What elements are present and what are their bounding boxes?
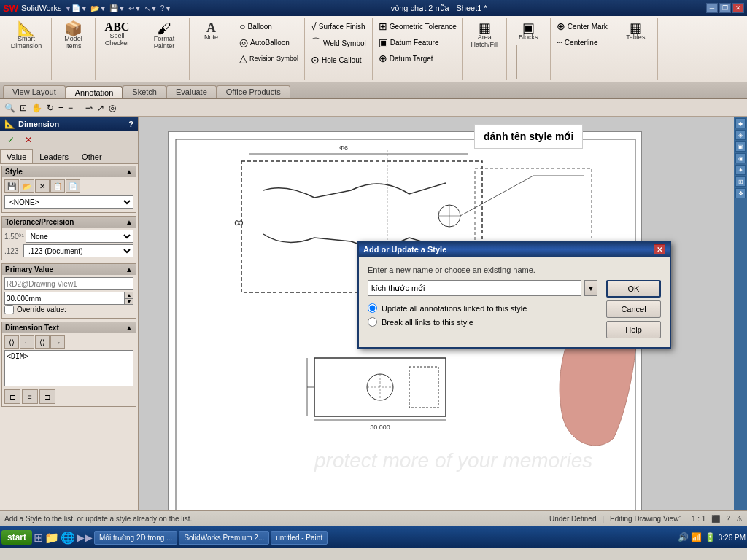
rp-btn7[interactable]: ❖: [735, 188, 746, 198]
revision-symbol-btn[interactable]: △ Revision Symbol: [236, 51, 301, 66]
toolbar-help[interactable]: ?▼: [160, 4, 171, 12]
autoballoon-btn[interactable]: ◎ AutoBalloon: [236, 35, 293, 50]
dim-text-btn1[interactable]: ⟨⟩: [4, 335, 19, 349]
modal-close-btn[interactable]: ✕: [654, 244, 665, 254]
spinner-up[interactable]: ▲: [125, 292, 133, 298]
rp-btn5[interactable]: ✦: [735, 165, 746, 175]
datum-target-btn[interactable]: ⊕ Datum Target: [376, 51, 436, 66]
aux-view-btn[interactable]: ↗: [96, 101, 106, 114]
restore-btn[interactable]: ❐: [719, 3, 731, 13]
toolbar-save[interactable]: 💾▼: [109, 4, 125, 12]
modal-cancel-btn[interactable]: Cancel: [606, 300, 661, 318]
modal-help-btn[interactable]: Help: [606, 321, 661, 338]
tab-office-products[interactable]: Office Products: [217, 85, 290, 98]
taskbar-item2[interactable]: SolidWorks Premium 2...: [179, 531, 269, 545]
toolbar-pointer[interactable]: ↖▼: [144, 4, 158, 12]
dim-text-header[interactable]: Dimension Text ▲: [2, 322, 136, 333]
align-right-btn[interactable]: ⊐: [39, 389, 55, 404]
style-name-input[interactable]: [368, 280, 581, 296]
zoom-out-btn[interactable]: −: [66, 101, 74, 114]
geometric-tolerance-btn[interactable]: ⊞ Geometric Tolerance: [376, 19, 460, 34]
tolerance-header[interactable]: Tolerance/Precision ▲: [2, 217, 136, 228]
tab-sketch[interactable]: Sketch: [123, 85, 166, 98]
update-annotations-radio[interactable]: [368, 303, 377, 313]
taskbar-icon1[interactable]: ⊞: [34, 531, 43, 545]
minimize-btn[interactable]: ─: [706, 3, 718, 13]
primary-value-header[interactable]: Primary Value ▲: [2, 264, 136, 275]
taskbar-icon2[interactable]: 📁: [44, 531, 59, 545]
break-links-radio[interactable]: [368, 317, 377, 327]
rp-btn4[interactable]: ◉: [735, 153, 746, 163]
status-help-icon[interactable]: ?: [726, 515, 730, 523]
weld-symbol-btn[interactable]: ⌒ Weld Symbol: [308, 35, 369, 51]
style-name-dropdown-btn[interactable]: ▼: [584, 280, 597, 296]
tables-btn[interactable]: ▦ Tables: [622, 19, 649, 44]
rp-btn2[interactable]: ◈: [735, 130, 746, 140]
toolbar-open[interactable]: 📂▼: [90, 4, 107, 12]
taskbar-item1[interactable]: Môi trường 2D trong ...: [94, 531, 177, 545]
taskbar-icon3[interactable]: 🌐: [61, 531, 75, 545]
style-save-btn[interactable]: 💾: [4, 179, 19, 192]
align-left-btn[interactable]: ⊏: [4, 389, 20, 404]
hole-callout-btn[interactable]: ⊙ Hole Callout: [308, 52, 364, 67]
detail-view-btn[interactable]: ◎: [107, 101, 117, 114]
tab-evaluate[interactable]: Evaluate: [166, 85, 217, 98]
datum-feature-btn[interactable]: ▣ Datum Feature: [376, 35, 442, 50]
style-delete-btn[interactable]: ✕: [35, 179, 50, 192]
primary-field1[interactable]: [4, 277, 133, 290]
centerline-btn[interactable]: ┄ Centerline: [554, 35, 601, 50]
tab-view-layout[interactable]: View Layout: [3, 85, 66, 98]
note-btn[interactable]: A Note: [198, 19, 225, 44]
rp-btn6[interactable]: ⊞: [735, 176, 746, 187]
tab-annotation[interactable]: Annotation: [66, 86, 123, 98]
drawing-area[interactable]: đánh tên style mới ∞: [139, 117, 734, 510]
dim-text-area[interactable]: <DIM>: [4, 350, 133, 386]
panel-help-btn[interactable]: ?: [128, 120, 133, 128]
taskbar-icon4[interactable]: ▶▶: [77, 532, 93, 543]
ribbon-group-model-items: 📦 ModelItems: [52, 18, 96, 80]
toolbar-new[interactable]: 📄▼: [71, 4, 88, 12]
surface-finish-btn[interactable]: √ Surface Finish: [308, 19, 368, 34]
panel-tab-leaders[interactable]: Leaders: [33, 149, 75, 163]
zoom-sheet-btn[interactable]: ⊡: [18, 101, 28, 114]
center-mark-btn[interactable]: ⊕ Center Mark: [554, 19, 611, 34]
dim-text-btn4[interactable]: →: [50, 335, 65, 349]
tolerance-dropdown[interactable]: None: [26, 230, 133, 243]
panel-tab-other[interactable]: Other: [75, 149, 109, 163]
spell-checker-btn[interactable]: ABC SpellChecker: [101, 19, 133, 50]
format-painter-btn[interactable]: 🖌 Format Painter: [142, 19, 186, 52]
toolbar-undo[interactable]: ↩▼: [128, 4, 142, 12]
blocks-btn[interactable]: ▣ Blocks: [515, 19, 542, 44]
zoom-area-btn[interactable]: 🔍: [3, 101, 17, 114]
panel-close-btn[interactable]: ✕: [20, 133, 36, 147]
align-center-btn[interactable]: ≡: [22, 389, 38, 404]
style-copy-btn[interactable]: 📋: [50, 179, 65, 192]
rp-btn3[interactable]: ▣: [735, 141, 746, 152]
panel-ok-btn[interactable]: ✓: [3, 133, 19, 147]
pan-btn[interactable]: ✋: [30, 101, 44, 114]
style-paste-btn[interactable]: 📄: [66, 179, 80, 192]
panel-tabs: Value Leaders Other: [0, 149, 138, 164]
section-view-btn[interactable]: ⊸: [84, 101, 94, 114]
taskbar-item3[interactable]: untitled - Paint: [271, 531, 328, 545]
smart-dimension-btn[interactable]: 📐 Smart Dimension: [4, 19, 48, 52]
primary-value-input[interactable]: [4, 292, 125, 305]
rotate-btn[interactable]: ↻: [45, 101, 55, 114]
override-checkbox[interactable]: [4, 305, 14, 314]
model-items-btn[interactable]: 📦 ModelItems: [61, 19, 87, 52]
zoom-in-btn[interactable]: +: [57, 101, 65, 114]
close-btn[interactable]: ✕: [732, 3, 744, 13]
dim-text-btn2[interactable]: ←: [20, 335, 34, 349]
precision-dropdown[interactable]: .123 (Document): [23, 244, 133, 257]
panel-tab-value[interactable]: Value: [0, 149, 33, 163]
style-header[interactable]: Style ▲: [2, 166, 136, 177]
dim-text-btn3[interactable]: ⟨⟩: [35, 335, 50, 349]
style-load-btn[interactable]: 📂: [20, 179, 34, 192]
area-hatch-btn[interactable]: ▦ AreaHatch/Fill: [468, 19, 503, 51]
spinner-down[interactable]: ▼: [125, 298, 133, 305]
style-dropdown[interactable]: <NONE>: [4, 195, 133, 209]
rp-btn1[interactable]: ◆: [735, 118, 746, 128]
start-button[interactable]: start: [1, 530, 32, 545]
balloon-btn[interactable]: ○ Balloon: [236, 19, 275, 34]
modal-ok-btn[interactable]: OK: [606, 280, 661, 298]
